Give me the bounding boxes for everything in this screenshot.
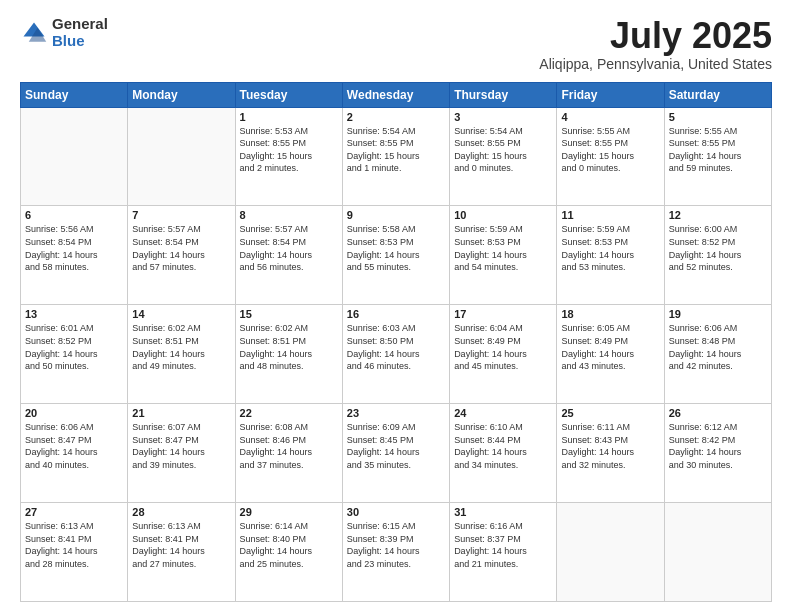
day-number: 16: [347, 308, 445, 320]
logo-blue: Blue: [52, 33, 108, 50]
calendar-cell: 5Sunrise: 5:55 AM Sunset: 8:55 PM Daylig…: [664, 107, 771, 206]
calendar-cell: [128, 107, 235, 206]
calendar-cell: 3Sunrise: 5:54 AM Sunset: 8:55 PM Daylig…: [450, 107, 557, 206]
calendar-cell: 28Sunrise: 6:13 AM Sunset: 8:41 PM Dayli…: [128, 503, 235, 602]
day-number: 17: [454, 308, 552, 320]
day-number: 26: [669, 407, 767, 419]
day-info: Sunrise: 6:11 AM Sunset: 8:43 PM Dayligh…: [561, 421, 659, 471]
day-number: 31: [454, 506, 552, 518]
day-number: 13: [25, 308, 123, 320]
calendar-week-2: 6Sunrise: 5:56 AM Sunset: 8:54 PM Daylig…: [21, 206, 772, 305]
calendar-cell: 12Sunrise: 6:00 AM Sunset: 8:52 PM Dayli…: [664, 206, 771, 305]
day-info: Sunrise: 5:53 AM Sunset: 8:55 PM Dayligh…: [240, 125, 338, 175]
calendar-cell: 27Sunrise: 6:13 AM Sunset: 8:41 PM Dayli…: [21, 503, 128, 602]
day-info: Sunrise: 6:09 AM Sunset: 8:45 PM Dayligh…: [347, 421, 445, 471]
day-number: 27: [25, 506, 123, 518]
day-info: Sunrise: 5:55 AM Sunset: 8:55 PM Dayligh…: [561, 125, 659, 175]
calendar-cell: 29Sunrise: 6:14 AM Sunset: 8:40 PM Dayli…: [235, 503, 342, 602]
calendar-cell: 15Sunrise: 6:02 AM Sunset: 8:51 PM Dayli…: [235, 305, 342, 404]
calendar-cell: [21, 107, 128, 206]
calendar-cell: 16Sunrise: 6:03 AM Sunset: 8:50 PM Dayli…: [342, 305, 449, 404]
day-info: Sunrise: 6:05 AM Sunset: 8:49 PM Dayligh…: [561, 322, 659, 372]
day-info: Sunrise: 5:59 AM Sunset: 8:53 PM Dayligh…: [454, 223, 552, 273]
calendar-header-friday: Friday: [557, 82, 664, 107]
day-number: 9: [347, 209, 445, 221]
day-info: Sunrise: 6:14 AM Sunset: 8:40 PM Dayligh…: [240, 520, 338, 570]
day-number: 29: [240, 506, 338, 518]
calendar-header-wednesday: Wednesday: [342, 82, 449, 107]
calendar-cell: [557, 503, 664, 602]
calendar-cell: 13Sunrise: 6:01 AM Sunset: 8:52 PM Dayli…: [21, 305, 128, 404]
day-number: 2: [347, 111, 445, 123]
calendar-header-thursday: Thursday: [450, 82, 557, 107]
day-info: Sunrise: 6:02 AM Sunset: 8:51 PM Dayligh…: [240, 322, 338, 372]
day-info: Sunrise: 5:57 AM Sunset: 8:54 PM Dayligh…: [132, 223, 230, 273]
calendar-cell: 10Sunrise: 5:59 AM Sunset: 8:53 PM Dayli…: [450, 206, 557, 305]
day-info: Sunrise: 6:03 AM Sunset: 8:50 PM Dayligh…: [347, 322, 445, 372]
day-info: Sunrise: 6:06 AM Sunset: 8:48 PM Dayligh…: [669, 322, 767, 372]
day-info: Sunrise: 5:54 AM Sunset: 8:55 PM Dayligh…: [347, 125, 445, 175]
day-info: Sunrise: 5:56 AM Sunset: 8:54 PM Dayligh…: [25, 223, 123, 273]
day-number: 24: [454, 407, 552, 419]
day-number: 19: [669, 308, 767, 320]
title-month: July 2025: [539, 16, 772, 56]
day-info: Sunrise: 6:02 AM Sunset: 8:51 PM Dayligh…: [132, 322, 230, 372]
day-number: 5: [669, 111, 767, 123]
day-info: Sunrise: 6:13 AM Sunset: 8:41 PM Dayligh…: [25, 520, 123, 570]
day-number: 14: [132, 308, 230, 320]
day-number: 28: [132, 506, 230, 518]
calendar-cell: 23Sunrise: 6:09 AM Sunset: 8:45 PM Dayli…: [342, 404, 449, 503]
calendar-week-1: 1Sunrise: 5:53 AM Sunset: 8:55 PM Daylig…: [21, 107, 772, 206]
day-number: 21: [132, 407, 230, 419]
day-number: 15: [240, 308, 338, 320]
calendar-header-saturday: Saturday: [664, 82, 771, 107]
page: General Blue July 2025 Aliqippa, Pennsyl…: [0, 0, 792, 612]
calendar-cell: 19Sunrise: 6:06 AM Sunset: 8:48 PM Dayli…: [664, 305, 771, 404]
day-number: 7: [132, 209, 230, 221]
calendar-header-monday: Monday: [128, 82, 235, 107]
calendar-header-tuesday: Tuesday: [235, 82, 342, 107]
calendar-cell: 26Sunrise: 6:12 AM Sunset: 8:42 PM Dayli…: [664, 404, 771, 503]
day-number: 25: [561, 407, 659, 419]
day-info: Sunrise: 5:57 AM Sunset: 8:54 PM Dayligh…: [240, 223, 338, 273]
calendar-cell: 11Sunrise: 5:59 AM Sunset: 8:53 PM Dayli…: [557, 206, 664, 305]
calendar-cell: 1Sunrise: 5:53 AM Sunset: 8:55 PM Daylig…: [235, 107, 342, 206]
day-info: Sunrise: 6:16 AM Sunset: 8:37 PM Dayligh…: [454, 520, 552, 570]
calendar-cell: 8Sunrise: 5:57 AM Sunset: 8:54 PM Daylig…: [235, 206, 342, 305]
header: General Blue July 2025 Aliqippa, Pennsyl…: [20, 16, 772, 72]
day-info: Sunrise: 5:54 AM Sunset: 8:55 PM Dayligh…: [454, 125, 552, 175]
calendar-cell: 14Sunrise: 6:02 AM Sunset: 8:51 PM Dayli…: [128, 305, 235, 404]
day-number: 8: [240, 209, 338, 221]
calendar-week-4: 20Sunrise: 6:06 AM Sunset: 8:47 PM Dayli…: [21, 404, 772, 503]
logo: General Blue: [20, 16, 108, 49]
calendar-cell: 20Sunrise: 6:06 AM Sunset: 8:47 PM Dayli…: [21, 404, 128, 503]
logo-icon: [20, 19, 48, 47]
calendar-cell: [664, 503, 771, 602]
calendar-cell: 17Sunrise: 6:04 AM Sunset: 8:49 PM Dayli…: [450, 305, 557, 404]
calendar-header-row: SundayMondayTuesdayWednesdayThursdayFrid…: [21, 82, 772, 107]
calendar-week-5: 27Sunrise: 6:13 AM Sunset: 8:41 PM Dayli…: [21, 503, 772, 602]
calendar-cell: 21Sunrise: 6:07 AM Sunset: 8:47 PM Dayli…: [128, 404, 235, 503]
day-info: Sunrise: 6:15 AM Sunset: 8:39 PM Dayligh…: [347, 520, 445, 570]
day-info: Sunrise: 5:58 AM Sunset: 8:53 PM Dayligh…: [347, 223, 445, 273]
day-info: Sunrise: 6:08 AM Sunset: 8:46 PM Dayligh…: [240, 421, 338, 471]
calendar-cell: 2Sunrise: 5:54 AM Sunset: 8:55 PM Daylig…: [342, 107, 449, 206]
day-info: Sunrise: 6:04 AM Sunset: 8:49 PM Dayligh…: [454, 322, 552, 372]
day-number: 12: [669, 209, 767, 221]
calendar-cell: 30Sunrise: 6:15 AM Sunset: 8:39 PM Dayli…: [342, 503, 449, 602]
calendar-cell: 6Sunrise: 5:56 AM Sunset: 8:54 PM Daylig…: [21, 206, 128, 305]
day-info: Sunrise: 6:06 AM Sunset: 8:47 PM Dayligh…: [25, 421, 123, 471]
day-info: Sunrise: 5:59 AM Sunset: 8:53 PM Dayligh…: [561, 223, 659, 273]
logo-text: General Blue: [52, 16, 108, 49]
calendar-cell: 31Sunrise: 6:16 AM Sunset: 8:37 PM Dayli…: [450, 503, 557, 602]
calendar-cell: 9Sunrise: 5:58 AM Sunset: 8:53 PM Daylig…: [342, 206, 449, 305]
day-number: 22: [240, 407, 338, 419]
calendar-header-sunday: Sunday: [21, 82, 128, 107]
day-info: Sunrise: 5:55 AM Sunset: 8:55 PM Dayligh…: [669, 125, 767, 175]
day-number: 11: [561, 209, 659, 221]
day-info: Sunrise: 6:01 AM Sunset: 8:52 PM Dayligh…: [25, 322, 123, 372]
day-info: Sunrise: 6:13 AM Sunset: 8:41 PM Dayligh…: [132, 520, 230, 570]
calendar-week-3: 13Sunrise: 6:01 AM Sunset: 8:52 PM Dayli…: [21, 305, 772, 404]
calendar-cell: 24Sunrise: 6:10 AM Sunset: 8:44 PM Dayli…: [450, 404, 557, 503]
day-info: Sunrise: 6:07 AM Sunset: 8:47 PM Dayligh…: [132, 421, 230, 471]
